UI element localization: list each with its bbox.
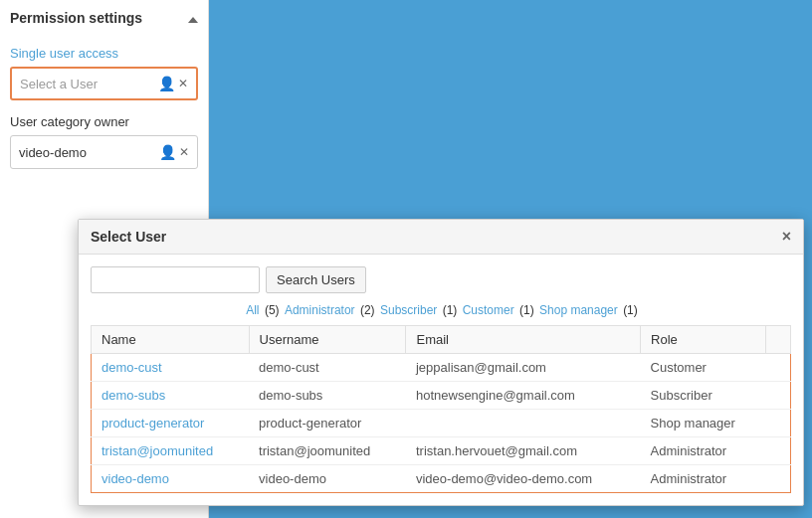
filter-shop-manager[interactable]: Shop manager	[539, 303, 618, 317]
select-user-modal: Select User × Search Users All (5) Admin…	[78, 219, 804, 506]
col-name: Name	[92, 326, 250, 354]
sidebar-header: Permission settings	[10, 10, 198, 34]
video-demo-icons: 👤 ✕	[159, 144, 189, 160]
cell-role: Shop manager	[641, 410, 766, 437]
cell-name[interactable]: demo-cust	[92, 354, 250, 382]
filter-all-count: (5)	[265, 303, 280, 317]
cell-username: demo-subs	[249, 382, 406, 410]
filter-customer[interactable]: Customer	[463, 303, 514, 317]
cell-username: tristan@joomunited	[249, 437, 406, 465]
cell-action	[765, 354, 790, 382]
search-row: Search Users	[91, 266, 791, 293]
cell-name[interactable]: video-demo	[92, 465, 250, 493]
user-icon: 👤	[158, 76, 175, 91]
cell-email: jeppalisan@gmail.com	[406, 354, 641, 382]
single-user-access-label[interactable]: Single user access	[10, 46, 198, 61]
cell-name[interactable]: demo-subs	[92, 382, 250, 410]
modal-body: Search Users All (5) Administrator (2) S…	[79, 255, 803, 505]
cell-role: Subscriber	[641, 382, 766, 410]
col-email: Email	[406, 326, 641, 354]
cell-role: Administrator	[641, 465, 766, 493]
cell-username: demo-cust	[249, 354, 406, 382]
cell-email: video-demo@video-demo.com	[406, 465, 641, 493]
modal-close-button[interactable]: ×	[782, 228, 791, 246]
table-row: product-generator product-generator Shop…	[92, 410, 791, 437]
sidebar-title: Permission settings	[10, 10, 142, 26]
cell-email: hotnewsengine@gmail.com	[406, 382, 641, 410]
filter-subscriber-count: (1)	[443, 303, 458, 317]
table-header: Name Username Email Role	[92, 326, 791, 354]
col-extra	[765, 326, 790, 354]
cell-email: tristan.hervouet@gmail.com	[406, 437, 641, 465]
cell-name[interactable]: tristan@joomunited	[92, 437, 250, 465]
video-demo-box: video-demo 👤 ✕	[10, 135, 198, 169]
filter-row: All (5) Administrator (2) Subscriber (1)…	[91, 303, 791, 317]
user-select-icons: 👤 ✕	[158, 76, 188, 91]
filter-customer-count: (1)	[519, 303, 534, 317]
category-owner-label: User category owner	[10, 114, 198, 129]
table-row: demo-cust demo-cust jeppalisan@gmail.com…	[92, 354, 791, 382]
cell-role: Administrator	[641, 437, 766, 465]
cell-username: product-generator	[249, 410, 406, 437]
cell-role: Customer	[641, 354, 766, 382]
user-icon-2: 👤	[159, 144, 176, 160]
filter-admin-count: (2)	[360, 303, 375, 317]
cell-name[interactable]: product-generator	[92, 410, 250, 437]
filter-administrator[interactable]: Administrator	[285, 303, 355, 317]
video-demo-value: video-demo	[19, 145, 87, 160]
chevron-up-icon	[188, 10, 198, 26]
cell-action	[765, 410, 790, 437]
cell-action	[765, 437, 790, 465]
select-user-box[interactable]: Select a User 👤 ✕	[10, 67, 198, 100]
cell-action	[765, 465, 790, 493]
select-user-placeholder: Select a User	[20, 77, 98, 91]
table-body: demo-cust demo-cust jeppalisan@gmail.com…	[92, 354, 791, 493]
filter-shop-manager-count: (1)	[623, 303, 638, 317]
user-table: Name Username Email Role demo-cust demo-…	[91, 325, 791, 493]
modal-title: Select User	[91, 229, 166, 245]
table-row: tristan@joomunited tristan@joomunited tr…	[92, 437, 791, 465]
filter-all[interactable]: All	[246, 303, 259, 317]
clear-video-demo-icon[interactable]: ✕	[179, 145, 189, 159]
modal-header: Select User ×	[79, 220, 803, 255]
table-row: video-demo video-demo video-demo@video-d…	[92, 465, 791, 493]
cell-email	[406, 410, 641, 437]
cell-username: video-demo	[249, 465, 406, 493]
col-role: Role	[641, 326, 766, 354]
filter-subscriber[interactable]: Subscriber	[380, 303, 437, 317]
col-username: Username	[249, 326, 406, 354]
search-input[interactable]	[91, 266, 260, 293]
search-users-button[interactable]: Search Users	[266, 266, 366, 293]
table-row: demo-subs demo-subs hotnewsengine@gmail.…	[92, 382, 791, 410]
clear-user-icon[interactable]: ✕	[178, 77, 188, 90]
cell-action	[765, 382, 790, 410]
